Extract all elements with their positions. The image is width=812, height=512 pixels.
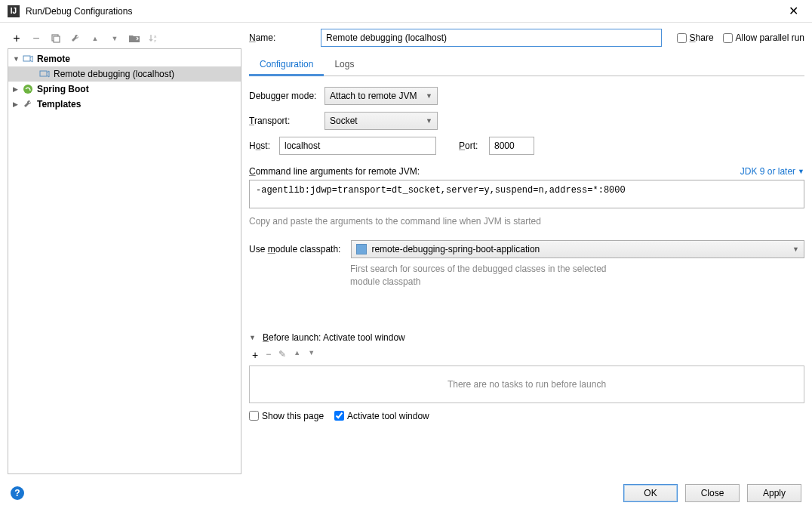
move-down-button[interactable]: ▼ (109, 32, 121, 45)
window-title: Run/Debug Configurations (26, 6, 782, 17)
close-icon[interactable]: ✕ (782, 4, 804, 18)
chevron-right-icon[interactable]: ▶ (13, 85, 22, 93)
module-classpath-select[interactable]: remote-debugging-spring-boot-application… (351, 240, 804, 258)
remove-task-button[interactable]: − (266, 349, 271, 361)
ok-button[interactable]: OK (623, 484, 678, 502)
tasks-list: There are no tasks to run before launch (249, 365, 804, 403)
cmd-args-box[interactable]: -agentlib:jdwp=transport=dt_socket,serve… (249, 180, 804, 208)
module-hint: First search for sources of the debugged… (350, 263, 804, 288)
remote-icon (38, 68, 51, 80)
port-input[interactable] (489, 137, 534, 155)
module-icon (356, 244, 367, 254)
host-input[interactable] (279, 137, 436, 155)
folder-icon[interactable] (128, 32, 140, 45)
tasks-empty-label: There are no tasks to run before launch (448, 379, 606, 390)
chevron-down-icon[interactable]: ▼ (13, 55, 22, 63)
config-tree[interactable]: ▼ Remote Remote debugging (localhost) ▶ (8, 48, 241, 474)
transport-select[interactable]: Socket▼ (324, 112, 438, 130)
close-button[interactable]: Close (685, 484, 740, 502)
debugger-mode-label: Debugger mode: (249, 91, 324, 101)
move-up-button[interactable]: ▲ (89, 32, 101, 45)
svg-text:z: z (154, 39, 156, 43)
tree-label: Spring Boot (37, 84, 89, 94)
copy-hint: Copy and paste the arguments to the comm… (249, 216, 804, 227)
jdk-version-link[interactable]: JDK 9 or later ▼ (740, 166, 804, 177)
before-launch-label: Before launch: Activate tool window (263, 332, 405, 343)
host-label: Host: (249, 140, 279, 151)
remove-config-button[interactable]: − (30, 32, 42, 45)
apply-button[interactable]: Apply (747, 484, 801, 502)
tabs: Configuration Logs (249, 54, 804, 76)
chevron-right-icon[interactable]: ▶ (13, 100, 22, 108)
cmd-args-label: Command line arguments for remote JVM: (249, 166, 420, 177)
app-icon: IJ (8, 5, 20, 17)
sort-icon[interactable]: az (148, 32, 160, 45)
chevron-down-icon: ▼ (798, 168, 804, 175)
copy-config-button[interactable] (50, 32, 62, 45)
tree-item-remote[interactable]: ▼ Remote (8, 51, 241, 66)
module-classpath-label: Use module classpath: (249, 244, 340, 254)
tree-item-spring-boot[interactable]: ▶ Spring Boot (8, 82, 241, 97)
chevron-down-icon: ▼ (249, 334, 257, 341)
svg-rect-5 (40, 71, 47, 76)
tree-item-remote-debugging[interactable]: Remote debugging (localhost) (8, 66, 241, 82)
activate-tool-window-checkbox[interactable]: Activate tool window (334, 411, 429, 421)
edit-task-button[interactable]: ✎ (278, 349, 286, 361)
svg-rect-1 (54, 36, 60, 42)
share-checkbox[interactable]: Share (677, 32, 714, 43)
before-launch-header[interactable]: ▼ Before launch: Activate tool window (249, 332, 804, 343)
config-toolbar: + − ▲ ▼ az (8, 29, 241, 48)
help-button[interactable]: ? (11, 486, 24, 500)
port-label: Port: (459, 140, 489, 151)
chevron-down-icon: ▼ (426, 117, 432, 125)
tree-item-templates[interactable]: ▶ Templates (8, 97, 241, 112)
show-this-page-checkbox[interactable]: Show this page (249, 411, 324, 421)
move-task-down-button[interactable]: ▼ (308, 349, 315, 361)
svg-rect-4 (23, 56, 30, 61)
dialog-footer: ? OK Close Apply (0, 474, 812, 512)
tab-configuration[interactable]: Configuration (249, 54, 324, 76)
wrench-icon[interactable] (69, 32, 82, 45)
wrench-icon (22, 98, 34, 110)
move-task-up-button[interactable]: ▲ (294, 349, 300, 361)
tree-label: Remote debugging (localhost) (54, 69, 174, 79)
add-config-button[interactable]: + (11, 32, 23, 45)
debugger-mode-select[interactable]: Attach to remote JVM▼ (324, 87, 438, 105)
spring-icon (22, 83, 34, 95)
tree-label: Remote (37, 54, 70, 64)
allow-parallel-checkbox[interactable]: Allow parallel run (723, 32, 804, 43)
tree-label: Templates (37, 99, 81, 109)
titlebar: IJ Run/Debug Configurations ✕ (0, 0, 812, 23)
tab-logs[interactable]: Logs (324, 54, 364, 76)
remote-icon (22, 53, 34, 65)
chevron-down-icon: ▼ (426, 92, 432, 100)
name-label: Name: (249, 32, 321, 43)
chevron-down-icon: ▼ (792, 245, 799, 253)
svg-point-6 (23, 85, 32, 94)
name-input[interactable] (321, 29, 662, 47)
before-launch-toolbar: + − ✎ ▲ ▼ (249, 347, 804, 362)
add-task-button[interactable]: + (252, 349, 258, 361)
transport-label: Transport: (249, 116, 324, 126)
